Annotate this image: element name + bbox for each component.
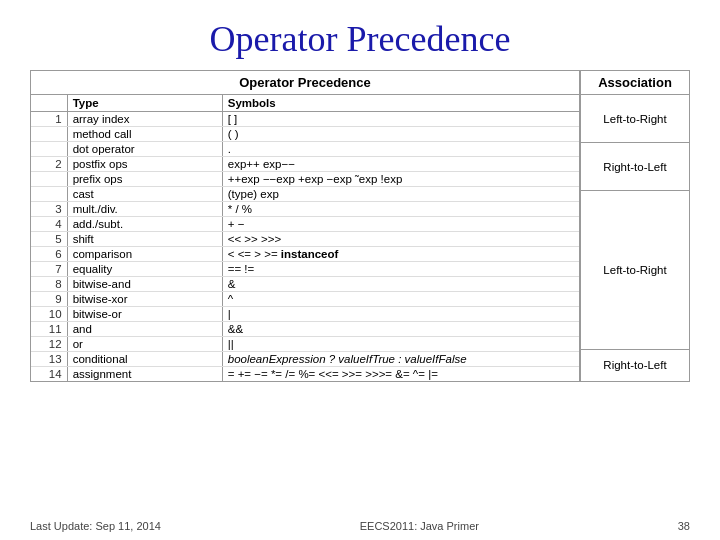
table-row: dot operator.: [31, 142, 579, 157]
row-type: method call: [67, 127, 222, 142]
row-type: or: [67, 337, 222, 352]
table-row: 11and&&: [31, 322, 579, 337]
row-type: conditional: [67, 352, 222, 367]
table-row: 6comparison< <= > >= instanceof: [31, 247, 579, 262]
table-row: 7equality== !=: [31, 262, 579, 277]
row-num: 4: [31, 217, 67, 232]
footer-right: 38: [678, 520, 690, 532]
row-type: add./subt.: [67, 217, 222, 232]
assoc-cell: Right-to-Left: [581, 350, 689, 381]
col-header-type: Type: [67, 95, 222, 112]
row-type: equality: [67, 262, 222, 277]
row-symbols: ^: [222, 292, 579, 307]
row-symbols: + −: [222, 217, 579, 232]
row-num: 2: [31, 157, 67, 172]
row-symbols: * / %: [222, 202, 579, 217]
row-num: [31, 187, 67, 202]
table-row: 13conditionalbooleanExpression ? valueIf…: [31, 352, 579, 367]
row-type: cast: [67, 187, 222, 202]
table-wrapper: Operator Precedence Type Symbols 1array …: [30, 70, 580, 382]
row-symbols: (type) exp: [222, 187, 579, 202]
col-header-symbols: Symbols: [222, 95, 579, 112]
row-symbols: &: [222, 277, 579, 292]
assoc-cell: Left-to-Right: [581, 191, 689, 349]
table-row: 9bitwise-xor^: [31, 292, 579, 307]
association-column: Association Left-to-RightRight-to-LeftLe…: [580, 70, 690, 382]
main-content: Operator Precedence Type Symbols 1array …: [30, 70, 690, 382]
row-type: postfix ops: [67, 157, 222, 172]
footer-left: Last Update: Sep 11, 2014: [30, 520, 161, 532]
col-header-num: [31, 95, 67, 112]
row-symbols: .: [222, 142, 579, 157]
row-num: 7: [31, 262, 67, 277]
table-row: 8bitwise-and&: [31, 277, 579, 292]
table-row: 5shift<< >> >>>: [31, 232, 579, 247]
page-title: Operator Precedence: [0, 0, 720, 70]
row-type: bitwise-xor: [67, 292, 222, 307]
row-symbols: ( ): [222, 127, 579, 142]
row-num: [31, 142, 67, 157]
row-symbols: ++exp −−exp +exp −exp ˜exp !exp: [222, 172, 579, 187]
row-symbols: &&: [222, 322, 579, 337]
table-row: 14assignment= += −= *= /= %= <<= >>= >>>…: [31, 367, 579, 382]
row-num: 1: [31, 112, 67, 127]
row-type: array index: [67, 112, 222, 127]
row-num: 6: [31, 247, 67, 262]
row-symbols: booleanExpression ? valueIfTrue : valueI…: [222, 352, 579, 367]
row-num: 11: [31, 322, 67, 337]
row-symbols: << >> >>>: [222, 232, 579, 247]
table-title: Operator Precedence: [31, 71, 579, 95]
table-row: cast(type) exp: [31, 187, 579, 202]
row-symbols: |: [222, 307, 579, 322]
table-row: 12or||: [31, 337, 579, 352]
association-header: Association: [581, 71, 689, 95]
row-num: 8: [31, 277, 67, 292]
row-type: and: [67, 322, 222, 337]
row-symbols: == !=: [222, 262, 579, 277]
row-num: 10: [31, 307, 67, 322]
row-type: shift: [67, 232, 222, 247]
row-num: 12: [31, 337, 67, 352]
row-num: [31, 172, 67, 187]
table-row: 2postfix opsexp++ exp−−: [31, 157, 579, 172]
assoc-cell: Left-to-Right: [581, 95, 689, 143]
row-num: 5: [31, 232, 67, 247]
row-symbols: exp++ exp−−: [222, 157, 579, 172]
row-num: 13: [31, 352, 67, 367]
table-row: 4add./subt.+ −: [31, 217, 579, 232]
table-row: method call( ): [31, 127, 579, 142]
row-type: bitwise-and: [67, 277, 222, 292]
row-symbols: [ ]: [222, 112, 579, 127]
row-symbols: < <= > >= instanceof: [222, 247, 579, 262]
row-type: comparison: [67, 247, 222, 262]
row-type: prefix ops: [67, 172, 222, 187]
row-type: mult./div.: [67, 202, 222, 217]
row-num: 9: [31, 292, 67, 307]
footer-center: EECS2011: Java Primer: [161, 520, 678, 532]
row-num: 14: [31, 367, 67, 382]
row-symbols: ||: [222, 337, 579, 352]
footer: Last Update: Sep 11, 2014 EECS2011: Java…: [0, 520, 720, 532]
row-symbols: = += −= *= /= %= <<= >>= >>>= &= ^= |=: [222, 367, 579, 382]
table-header-row: Type Symbols: [31, 95, 579, 112]
table-row: prefix ops++exp −−exp +exp −exp ˜exp !ex…: [31, 172, 579, 187]
row-type: dot operator: [67, 142, 222, 157]
row-type: assignment: [67, 367, 222, 382]
row-num: 3: [31, 202, 67, 217]
operator-table: Type Symbols 1array index[ ]method call(…: [31, 95, 579, 381]
assoc-cell: Right-to-Left: [581, 143, 689, 191]
row-num: [31, 127, 67, 142]
row-type: bitwise-or: [67, 307, 222, 322]
table-row: 1array index[ ]: [31, 112, 579, 127]
table-row: 3mult./div.* / %: [31, 202, 579, 217]
table-row: 10bitwise-or|: [31, 307, 579, 322]
